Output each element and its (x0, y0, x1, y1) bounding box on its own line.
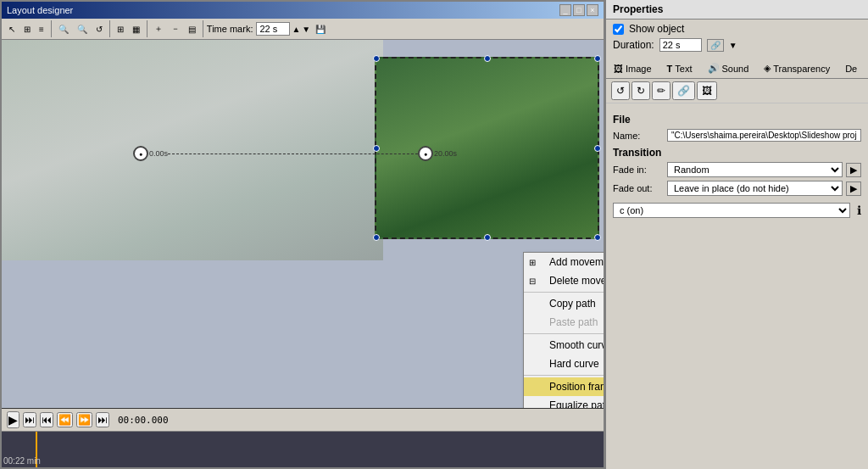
tab-transparency[interactable]: ◈ Transparency (756, 59, 837, 78)
menu-label-position-frame: Position frame (549, 381, 604, 393)
duration-input[interactable] (659, 38, 702, 52)
fade-in-label: Fade in: (613, 165, 664, 175)
menu-item-smooth-curve[interactable]: Smooth curve (524, 336, 604, 355)
menu-item-equalize-path[interactable]: Equalize path (524, 396, 604, 408)
skip-end-button[interactable]: ⏭ (96, 412, 109, 427)
duration-row: Duration: 🔗 ▼ (613, 38, 861, 52)
fade-in-select[interactable]: Random (667, 162, 843, 177)
tab-sound[interactable]: 🔊 Sound (700, 59, 757, 78)
on-row: c (on) ℹ (613, 203, 861, 218)
properties-panel: Properties Show object Duration: 🔗 ▼ 🖼 I… (605, 0, 868, 469)
text-tab-icon: T (667, 64, 673, 74)
save-button[interactable]: 💾 (312, 22, 329, 36)
handle-tr[interactable] (594, 55, 601, 62)
handle-tl[interactable] (373, 55, 380, 62)
text-tab-label: Text (675, 64, 692, 74)
add-button[interactable]: ＋ (151, 20, 166, 37)
properties-title: Properties (606, 0, 868, 20)
link-button[interactable]: 🔗 (672, 81, 695, 100)
group-tool-button[interactable]: ⊞ (20, 22, 34, 36)
tab-de[interactable]: De (837, 59, 865, 78)
movement-mark-start[interactable]: ● (133, 146, 148, 161)
timeline-time-label: 00:22 min (3, 456, 41, 466)
on-select[interactable]: c (on) (613, 203, 850, 218)
handle-mr[interactable] (594, 145, 601, 152)
menu-icon-add: ⊞ (529, 258, 536, 267)
show-object-label: Show object (629, 23, 684, 35)
prop-toolbar: ↺ ↻ ✏ 🔗 🖼 (606, 79, 868, 103)
layout-button[interactable]: ▤ (185, 22, 199, 36)
grid2-button[interactable]: ▦ (129, 22, 143, 36)
timeline-track[interactable]: 00:22 min (2, 432, 604, 467)
timeline-controls: ▶ ⏭ ⏮ ⏪ ⏩ ⏭ 00:00.000 (2, 409, 604, 432)
fade-out-select[interactable]: Leave in place (do not hide) (667, 181, 843, 196)
image-tab-label: Image (626, 64, 652, 74)
time-mark-label: Time mark: (207, 24, 253, 34)
menu-icon-delete: ⊟ (529, 276, 536, 286)
menu-item-copy-path[interactable]: Copy path (524, 294, 604, 313)
close-button[interactable]: × (587, 4, 598, 16)
time-display: 00:00.000 (118, 415, 169, 426)
duration-link-button[interactable]: 🔗 (707, 39, 724, 52)
time-spin-down[interactable]: ▼ (302, 25, 310, 34)
fade-out-row: Fade out: Leave in place (do not hide) ▶ (613, 181, 861, 196)
sound-tab-label: Sound (722, 64, 749, 74)
rotate-left-button[interactable]: ↺ (92, 22, 106, 36)
prop-content: File Name: Transition Fade in: Random ▶ … (606, 103, 868, 469)
properties-tabs: 🖼 Image T Text 🔊 Sound ◈ Transparency De (606, 59, 868, 79)
main-toolbar: ↖ ⊞ ≡ 🔍 🔍 ↺ ⊞ ▦ ＋ － ▤ Time mark: ▲ ▼ 💾 (2, 19, 604, 40)
prev-frame-button[interactable]: ⏪ (57, 412, 73, 427)
fade-in-preview-button[interactable]: ▶ (846, 163, 861, 177)
skip-start-button[interactable]: ⏮ (40, 412, 53, 427)
handle-tm[interactable] (484, 55, 491, 62)
timeline: ▶ ⏭ ⏮ ⏪ ⏩ ⏭ 00:00.000 00:22 min (2, 408, 604, 467)
handle-bl[interactable] (373, 234, 380, 241)
time-mark-input[interactable] (256, 22, 290, 36)
separator-2 (109, 20, 110, 37)
image-button[interactable]: 🖼 (697, 81, 717, 100)
separator-context-3 (524, 375, 604, 376)
menu-label-equalize-path: Equalize path (549, 399, 604, 408)
remove-button[interactable]: － (168, 20, 183, 37)
canvas-area: ● 0.00s ● 20.00s ⊞ Add movement mark Ins… (2, 40, 604, 408)
handle-br[interactable] (594, 234, 601, 241)
zoom-out-button[interactable]: 🔍 (74, 22, 91, 36)
fade-in-row: Fade in: Random ▶ (613, 162, 861, 177)
menu-item-delete-mark[interactable]: ⊟ Delete movement mark(s) Del (524, 271, 604, 290)
fade-out-preview-button[interactable]: ▶ (846, 181, 861, 196)
select-tool-button[interactable]: ↖ (5, 22, 19, 36)
minimize-button[interactable]: _ (559, 4, 571, 16)
movement-line (168, 154, 418, 154)
menu-item-add-mark[interactable]: ⊞ Add movement mark Ins (524, 253, 604, 271)
redo-button[interactable]: ↻ (632, 81, 650, 100)
menu-item-paste-path: Paste path (524, 313, 604, 332)
zoom-in-button[interactable]: 🔍 (55, 22, 72, 36)
list-tool-button[interactable]: ≡ (36, 22, 47, 36)
play-button[interactable]: ▶ (7, 411, 19, 428)
grid-button[interactable]: ⊞ (114, 22, 127, 36)
name-field-input[interactable] (667, 129, 861, 142)
title-bar-buttons: _ □ × (559, 4, 598, 16)
transparency-tab-label: Transparency (773, 64, 830, 74)
image-tab-icon: 🖼 (614, 64, 623, 74)
menu-label-smooth-curve: Smooth curve (549, 339, 604, 351)
duration-label: Duration: (613, 39, 654, 51)
tab-image[interactable]: 🖼 Image (606, 59, 659, 78)
handle-bm[interactable] (484, 234, 491, 241)
maximize-button[interactable]: □ (573, 4, 585, 16)
undo-button[interactable]: ↺ (611, 81, 630, 100)
next-frame-button[interactable]: ⏩ (76, 412, 92, 427)
step-forward-button[interactable]: ⏭ (23, 412, 36, 427)
separator-3 (147, 20, 147, 37)
dropdown-arrow[interactable]: ▼ (729, 41, 737, 50)
pen-button[interactable]: ✏ (652, 81, 670, 100)
menu-item-position-frame[interactable]: Position frame ▶ (524, 377, 604, 396)
name-field-label: Name: (613, 131, 664, 141)
file-section-label: File (613, 114, 861, 126)
menu-label-add-mark: Add movement mark (549, 256, 604, 268)
tab-text[interactable]: T Text (659, 59, 700, 78)
menu-item-hard-curve[interactable]: Hard curve (524, 355, 604, 373)
show-object-checkbox[interactable] (613, 24, 624, 35)
time-spin-up[interactable]: ▲ (292, 25, 300, 34)
movement-mark-end[interactable]: ● (418, 146, 433, 161)
